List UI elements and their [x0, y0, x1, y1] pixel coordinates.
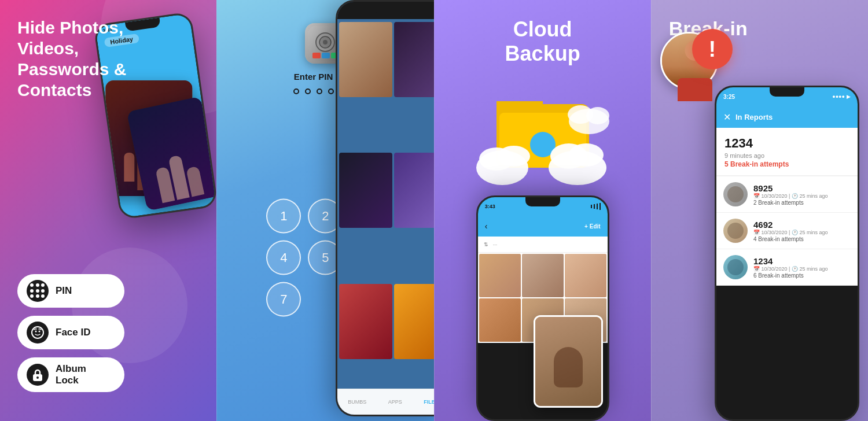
- alert-pin-1: 8925: [753, 183, 827, 193]
- alert-info-3: 1234 📅 10/30/2020 | 🕐 25 mins ago 6 Brea…: [753, 256, 827, 279]
- pin-dot-4: [328, 88, 334, 94]
- alert-info-1: 8925 📅 10/30/2020 | 🕐 25 mins ago 2 Brea…: [753, 183, 827, 206]
- panel-hide-photos: Hide Photos, Videos, Passwords & Contact…: [0, 0, 216, 421]
- alert-meta-3: 📅 10/30/2020 | 🕐 25 mins ago: [753, 266, 827, 272]
- pin-dot-2: [305, 88, 311, 94]
- feature-faceid[interactable]: Face ID: [17, 316, 124, 349]
- key-7[interactable]: 7: [266, 282, 301, 317]
- key-1[interactable]: 1: [266, 199, 301, 234]
- feature-pin[interactable]: PIN: [17, 274, 124, 308]
- svg-point-18: [498, 146, 530, 167]
- tab-files[interactable]: FILES: [424, 399, 433, 405]
- big-alert-group: !: [660, 32, 730, 101]
- svg-point-21: [569, 143, 604, 167]
- phone-breakin: 3:25 ●●●● ▶ ✕ In Reports 1234 9 minutes …: [715, 86, 859, 421]
- panel-breakin-alerts: Break-in Alerts ! 3:25 ●●●●: [651, 0, 868, 421]
- main-alert-pin: 1234: [724, 136, 849, 151]
- svg-point-8: [323, 40, 328, 45]
- pin-dot-1: [293, 88, 299, 94]
- svg-point-24: [586, 107, 609, 124]
- alert-attempts-1: 2 Break-in attempts: [753, 200, 827, 206]
- svg-point-1: [35, 331, 37, 333]
- alert-info-2: 4692 📅 10/30/2020 | 🕐 25 mins ago 4 Brea…: [753, 220, 827, 242]
- close-icon[interactable]: ✕: [723, 112, 731, 123]
- tab-apps[interactable]: APPS: [388, 399, 402, 405]
- svg-point-0: [32, 327, 43, 338]
- alert-exclamation-bubble: !: [692, 29, 733, 69]
- alert-pin-2: 4692: [753, 220, 827, 230]
- pin-icon: [27, 280, 49, 302]
- panel2-content: Enter PIN Code 1 2 3 4 5 6 7 8: [217, 0, 433, 421]
- alert-avatar-3: [723, 255, 748, 279]
- faceid-label: Face ID: [56, 327, 90, 338]
- alert-item-1[interactable]: 8925 📅 10/30/2020 | 🕐 25 mins ago 2 Brea…: [716, 176, 858, 213]
- big-photo-overlay: [534, 315, 603, 408]
- panel-pin-code: Enter PIN Code 1 2 3 4 5 6 7 8: [216, 0, 433, 421]
- main-alert-attempts: 5 Break-in attempts: [724, 160, 849, 168]
- phone3-time: 3:43: [485, 204, 495, 209]
- feature-albumlock[interactable]: Album Lock: [17, 357, 124, 392]
- main-alert-time: 9 minutes ago: [724, 152, 849, 159]
- phone-gallery-3: 3:43 ‹ + Edit ⇅ ···: [476, 195, 609, 421]
- alert-avatar-2: [723, 219, 748, 243]
- svg-point-4: [36, 376, 39, 379]
- features-list: PIN Face ID: [17, 274, 124, 392]
- panel-cloud-backup: Cloud Backup 3:43: [434, 0, 651, 421]
- alert-list: 8925 📅 10/30/2020 | 🕐 25 mins ago 2 Brea…: [716, 176, 858, 286]
- svg-point-2: [39, 331, 41, 333]
- key-4[interactable]: 4: [266, 241, 301, 275]
- alert-item-3[interactable]: 1234 📅 10/30/2020 | 🕐 25 mins ago 6 Brea…: [716, 249, 858, 286]
- alert-attempts-3: 6 Break-in attempts: [753, 272, 827, 279]
- phone-gallery: BUMBS APPS FILES: [336, 0, 434, 416]
- alert-avatar-1: [723, 182, 748, 206]
- cloud-illustration: [462, 69, 624, 185]
- nav-title: In Reports: [735, 113, 851, 121]
- svg-rect-9: [312, 53, 321, 58]
- pin-dot-3: [317, 88, 322, 94]
- panel3-headline: Cloud Backup: [505, 17, 580, 66]
- alert-pin-3: 1234: [753, 256, 827, 266]
- faceid-icon: [27, 322, 49, 344]
- alert-meta-1: 📅 10/30/2020 | 🕐 25 mins ago: [753, 193, 827, 199]
- main-alert-card[interactable]: 1234 9 minutes ago 5 Break-in attempts: [716, 128, 858, 176]
- svg-rect-10: [322, 53, 330, 58]
- alert-attempts-2: 4 Break-in attempts: [753, 236, 827, 242]
- lock-icon: [27, 364, 49, 386]
- alert-item-2[interactable]: 4692 📅 10/30/2020 | 🕐 25 mins ago 4 Brea…: [716, 213, 858, 249]
- panel1-headline: Hide Photos, Videos, Passwords & Contact…: [17, 17, 126, 101]
- albumlock-label: Album Lock: [56, 363, 112, 386]
- alert-meta-2: 📅 10/30/2020 | 🕐 25 mins ago: [753, 230, 827, 235]
- tab-bumbs[interactable]: BUMBS: [348, 399, 366, 405]
- exclamation-icon: !: [708, 38, 716, 60]
- pin-label: PIN: [56, 285, 72, 297]
- grid-icon: [30, 283, 45, 298]
